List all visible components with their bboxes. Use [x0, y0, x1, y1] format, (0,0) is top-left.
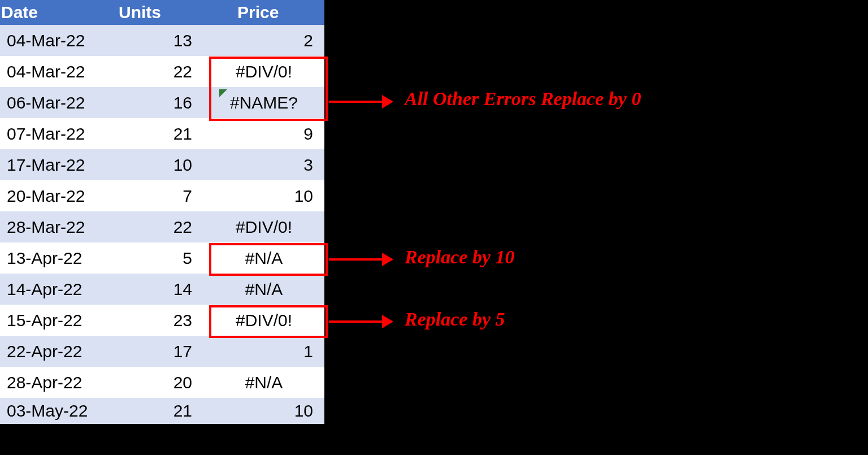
cell-date: 20-Mar-22: [0, 187, 119, 206]
error-indicator-icon: [219, 89, 227, 97]
annotation-text-2: Replace by 10: [405, 246, 515, 268]
table-row: 06-Mar-22 16 #NAME?: [0, 87, 324, 118]
cell-date: 04-Mar-22: [0, 62, 119, 81]
cell-date: 03-May-22: [0, 401, 119, 421]
cell-units: 23: [119, 311, 203, 330]
table-header-row: Date Units Price: [0, 0, 324, 25]
cell-units: 5: [119, 249, 203, 268]
cell-price: 1: [203, 342, 324, 361]
cell-date: 28-Apr-22: [0, 373, 119, 392]
cell-date: 14-Apr-22: [0, 280, 119, 299]
annotation-text-1: All Other Errors Replace by 0: [405, 88, 641, 110]
cell-date: 04-Mar-22: [0, 31, 119, 50]
annotation-arrow-3: [329, 320, 392, 323]
annotation-text-3: Replace by 5: [405, 309, 505, 330]
cell-units: 21: [119, 124, 203, 144]
cell-date: 17-Mar-22: [0, 155, 119, 175]
header-units: Units: [119, 3, 203, 22]
cell-units: 14: [119, 280, 203, 299]
cell-price: 3: [203, 155, 324, 175]
cell-price: 9: [203, 124, 324, 144]
cell-date: 28-Mar-22: [0, 218, 119, 237]
table-row: 17-Mar-22 10 3: [0, 149, 324, 180]
cell-date: 06-Mar-22: [0, 93, 119, 112]
cell-date: 22-Apr-22: [0, 342, 119, 361]
cell-units: 13: [119, 31, 203, 50]
table-row: 15-Apr-22 23 #DIV/0!: [0, 305, 324, 336]
table-row: 04-Mar-22 22 #DIV/0!: [0, 56, 324, 87]
cell-price: #DIV/0!: [203, 218, 324, 237]
cell-date: 15-Apr-22: [0, 311, 119, 330]
cell-date: 13-Apr-22: [0, 249, 119, 268]
annotation-arrow-2: [329, 258, 392, 261]
table-row: 04-Mar-22 13 2: [0, 25, 324, 56]
table-row: 03-May-22 21 10: [0, 398, 324, 424]
cell-price: #N/A: [203, 280, 324, 299]
cell-price: 10: [203, 187, 324, 206]
annotation-arrow-1: [329, 101, 392, 103]
cell-price: 10: [203, 401, 324, 421]
cell-units: 7: [119, 187, 203, 206]
table-row: 20-Mar-22 7 10: [0, 180, 324, 211]
cell-price: 2: [203, 31, 324, 50]
cell-units: 21: [119, 401, 203, 421]
cell-units: 10: [119, 155, 203, 175]
table-row: 22-Apr-22 17 1: [0, 336, 324, 367]
table-row: 14-Apr-22 14 #N/A: [0, 274, 324, 305]
cell-price: #N/A: [203, 373, 324, 392]
table-row: 07-Mar-22 21 9: [0, 118, 324, 149]
data-table: Date Units Price 04-Mar-22 13 2 04-Mar-2…: [0, 0, 324, 424]
cell-units: 16: [119, 93, 203, 112]
cell-price: #N/A: [203, 249, 324, 268]
header-price: Price: [203, 3, 324, 22]
cell-units: 22: [119, 62, 203, 81]
cell-units: 20: [119, 373, 203, 392]
cell-price: #DIV/0!: [203, 62, 324, 81]
cell-units: 17: [119, 342, 203, 361]
table-row: 28-Apr-22 20 #N/A: [0, 367, 324, 398]
cell-date: 07-Mar-22: [0, 124, 119, 144]
cell-price: #DIV/0!: [203, 311, 324, 330]
table-row: 13-Apr-22 5 #N/A: [0, 242, 324, 274]
header-date: Date: [0, 3, 119, 22]
table-row: 28-Mar-22 22 #DIV/0!: [0, 211, 324, 242]
cell-units: 22: [119, 218, 203, 237]
